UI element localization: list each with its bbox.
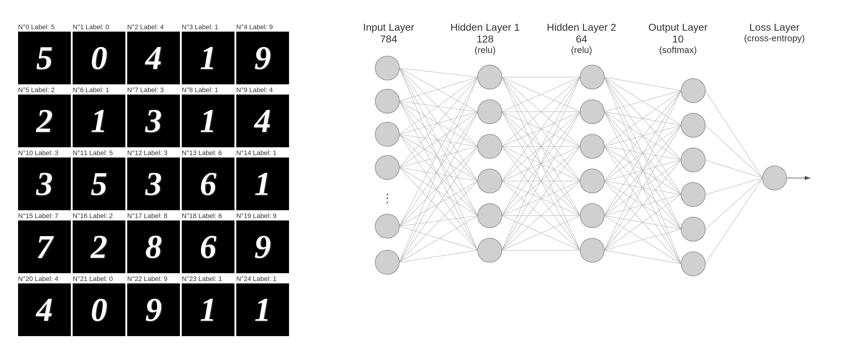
nn-svg: ⋮ ⋮ ⋮ [341,21,823,338]
mnist-item-label: N°0 Label: 5 [18,23,71,31]
svg-point-116 [375,56,399,80]
mnist-digit-char: 0 [91,41,107,74]
svg-line-36 [399,250,478,262]
mnist-digit-char: 7 [36,230,53,263]
mnist-item: N°12 Label: 33 [127,149,180,210]
mnist-item: N°19 Label: 99 [236,212,289,273]
mnist-item: N°6 Label: 11 [73,86,125,147]
svg-line-109 [705,91,763,178]
svg-point-138 [681,113,705,137]
mnist-digit-image: 4 [127,32,180,84]
mnist-item-label: N°2 Label: 4 [127,23,180,31]
svg-point-140 [681,183,705,206]
svg-line-73 [604,77,681,91]
svg-point-131 [580,100,604,124]
mnist-digit-char: 9 [254,230,271,263]
mnist-digit-image: 4 [236,95,289,147]
mnist-digit-image: 0 [73,284,125,336]
mnist-item: N°23 Label: 11 [182,275,235,336]
mnist-item-label: N°8 Label: 1 [182,86,235,94]
mnist-digit-image: 6 [182,158,235,210]
mnist-digit-char: 1 [200,104,216,137]
svg-point-122 [375,250,399,274]
mnist-digit-image: 6 [182,221,235,273]
mnist-digit-image: 1 [182,284,235,336]
mnist-digit-image: 5 [73,158,125,210]
mnist-item-label: N°22 Label: 9 [127,275,180,283]
mnist-item-label: N°24 Label: 1 [236,275,289,283]
mnist-digit-char: 4 [145,41,162,74]
mnist-item: N°5 Label: 22 [18,86,71,147]
mnist-digit-image: 9 [236,32,289,84]
svg-line-79 [604,91,681,112]
mnist-digit-char: 0 [91,293,107,326]
mnist-item: N°24 Label: 11 [236,275,289,336]
svg-point-124 [478,100,502,124]
mnist-row: N°20 Label: 44N°21 Label: 00N°22 Label: … [18,275,289,336]
mnist-item-label: N°3 Label: 1 [182,23,235,31]
svg-line-8 [399,101,478,112]
mnist-digit-image: 8 [127,221,180,273]
mnist-item: N°18 Label: 66 [182,212,235,273]
mnist-item: N°1 Label: 00 [73,23,125,84]
mnist-digit-image: 1 [182,32,235,84]
mnist-digit-image: 1 [73,95,125,147]
svg-line-29 [399,216,478,226]
mnist-digit-char: 2 [91,230,107,263]
svg-line-34 [399,181,478,262]
mnist-item: N°7 Label: 33 [127,86,180,147]
mnist-row: N°15 Label: 77N°16 Label: 22N°17 Label: … [18,212,289,273]
mnist-digit-char: 6 [200,230,216,263]
mnist-item: N°16 Label: 22 [73,212,125,273]
mnist-digit-image: 9 [127,284,180,336]
svg-line-35 [399,216,478,262]
svg-line-106 [604,195,681,250]
mnist-item-label: N°10 Label: 3 [18,149,71,157]
svg-point-123 [478,65,502,89]
mnist-digit-char: 1 [254,293,271,326]
mnist-item-label: N°19 Label: 9 [236,212,289,220]
mnist-item-label: N°6 Label: 1 [73,86,125,94]
svg-line-1 [399,68,478,77]
mnist-digit-char: 1 [200,41,216,74]
mnist-digit-image: 4 [18,284,71,336]
mnist-item-label: N°7 Label: 3 [127,86,180,94]
mnist-digit-image: 0 [73,32,125,84]
mnist-item: N°8 Label: 11 [182,86,235,147]
mnist-digit-char: 9 [254,41,271,74]
mnist-item: N°2 Label: 44 [127,23,180,84]
mnist-row: N°5 Label: 22N°6 Label: 11N°7 Label: 33N… [18,86,289,147]
svg-line-112 [705,178,763,195]
mnist-item-label: N°18 Label: 6 [182,212,235,220]
svg-line-110 [705,125,763,178]
svg-point-121 [375,214,399,238]
mnist-item-label: N°9 Label: 4 [236,86,289,94]
svg-point-135 [580,204,604,228]
mnist-item-label: N°1 Label: 0 [73,23,125,31]
mnist-digit-char: 1 [200,293,216,326]
mnist-digit-image: 1 [236,284,289,336]
svg-point-132 [580,134,604,158]
mnist-digit-char: 3 [145,104,162,137]
mnist-row: N°10 Label: 33N°11 Label: 55N°12 Label: … [18,149,289,210]
mnist-digit-char: 5 [91,167,107,200]
mnist-digit-char: 4 [254,104,271,137]
mnist-digit-image: 3 [127,158,180,210]
svg-line-108 [604,250,681,264]
mnist-item-label: N°21 Label: 0 [73,275,125,283]
svg-point-117 [375,89,399,113]
svg-point-125 [478,134,502,158]
mnist-item-label: N°16 Label: 2 [73,212,125,220]
svg-line-114 [705,178,763,264]
mnist-item-label: N°11 Label: 5 [73,149,125,157]
svg-line-7 [399,77,478,101]
svg-point-133 [580,169,604,193]
mnist-item: N°22 Label: 99 [127,275,180,336]
mnist-digit-char: 1 [254,167,271,200]
mnist-item: N°9 Label: 44 [236,86,289,147]
mnist-item-label: N°14 Label: 1 [236,149,289,157]
svg-point-118 [375,122,399,146]
mnist-item-label: N°4 Label: 9 [236,23,289,31]
mnist-item-label: N°23 Label: 1 [182,275,235,283]
svg-line-104 [604,125,681,250]
